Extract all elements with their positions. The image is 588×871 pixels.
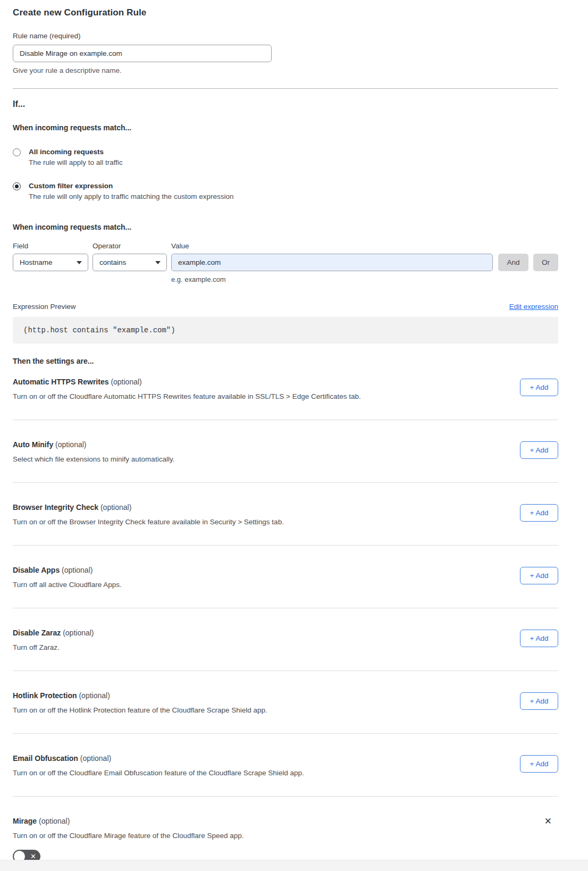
radio-icon-unselected[interactable] [13, 148, 21, 156]
page-title: Create new Configuration Rule [13, 7, 558, 18]
chevron-down-icon [77, 261, 82, 264]
setting-row-browser-integrity-check: Browser Integrity Check (optional) Turn … [13, 503, 558, 546]
setting-name: Hotlink Protection [13, 691, 77, 700]
radio-option-custom-filter[interactable]: Custom filter expression The rule will o… [13, 182, 558, 200]
setting-title: Disable Apps (optional) [13, 566, 558, 574]
operator-label: Operator [93, 242, 171, 250]
setting-description: Turn on or off the Hotlink Protection fe… [13, 706, 558, 714]
setting-description: Turn on or off the Cloudflare Automatic … [13, 392, 558, 400]
setting-description: Select which file extensions to minify a… [13, 455, 558, 463]
setting-row-disable-apps: Disable Apps (optional) Turn off all act… [13, 566, 558, 608]
setting-optional-tag: (optional) [63, 629, 94, 637]
value-input[interactable] [171, 254, 493, 271]
and-button[interactable]: And [498, 254, 528, 271]
or-button[interactable]: Or [533, 254, 558, 271]
create-configuration-rule-form: Create new Configuration Rule Rule name … [0, 0, 588, 863]
setting-optional-tag: (optional) [111, 378, 141, 386]
setting-name: Automatic HTTPS Rewrites [13, 378, 108, 386]
expression-preview-code: (http.host contains "example.com") [13, 317, 558, 344]
setting-row-mirage: Mirage (optional) Turn on or off the Clo… [13, 817, 558, 863]
section-divider [13, 88, 558, 89]
setting-row-automatic-https-rewrites: Automatic HTTPS Rewrites (optional) Turn… [13, 378, 558, 420]
setting-optional-tag: (optional) [100, 503, 131, 512]
setting-row-hotlink-protection: Hotlink Protection (optional) Turn on or… [13, 691, 558, 734]
setting-title: Browser Integrity Check (optional) [13, 503, 558, 512]
setting-title: Auto Minify (optional) [13, 440, 558, 449]
setting-title: Hotlink Protection (optional) [13, 691, 558, 700]
close-icon[interactable]: ✕ [544, 817, 552, 826]
rule-name-help: Give your rule a descriptive name. [13, 66, 558, 74]
setting-optional-tag: (optional) [62, 566, 93, 574]
setting-title: Mirage (optional) [13, 817, 558, 825]
setting-title: Disable Zaraz (optional) [13, 629, 558, 637]
setting-name: Browser Integrity Check [13, 503, 98, 512]
rule-name-label: Rule name (required) [13, 32, 558, 40]
setting-optional-tag: (optional) [80, 754, 111, 763]
setting-row-disable-zaraz: Disable Zaraz (optional) Turn off Zaraz.… [13, 629, 558, 671]
setting-title: Automatic HTTPS Rewrites (optional) [13, 378, 558, 386]
setting-title: Email Obfuscation (optional) [13, 754, 558, 763]
setting-name: Mirage [13, 817, 37, 825]
setting-description: Turn on or off the Cloudflare Email Obfu… [13, 769, 558, 777]
setting-name: Disable Zaraz [13, 629, 61, 637]
add-button[interactable]: + Add [520, 692, 558, 710]
setting-name: Disable Apps [13, 566, 60, 574]
match-type-heading: When incoming requests match... [13, 123, 558, 132]
add-button[interactable]: + Add [520, 755, 558, 773]
chevron-down-icon [155, 261, 161, 264]
value-label: Value [171, 242, 189, 250]
field-select[interactable]: Hostname [13, 254, 88, 271]
add-button[interactable]: + Add [520, 630, 558, 647]
field-label: Field [13, 242, 93, 250]
add-button[interactable]: + Add [520, 441, 558, 459]
radio-description: The rule will apply to all traffic [29, 158, 123, 166]
value-help-text: e.g. example.com [171, 275, 558, 283]
settings-heading: Then the settings are... [13, 357, 558, 365]
radio-option-all-requests[interactable]: All incoming requests The rule will appl… [13, 148, 558, 166]
add-button[interactable]: + Add [520, 567, 558, 584]
expression-preview-label: Expression Preview [13, 303, 76, 311]
setting-description: Turn on or off the Browser Integrity Che… [13, 518, 558, 526]
add-button[interactable]: + Add [520, 504, 558, 522]
operator-select-value: contains [99, 258, 126, 266]
edit-expression-link[interactable]: Edit expression [509, 303, 558, 311]
setting-optional-tag: (optional) [55, 440, 86, 449]
rule-name-input[interactable] [13, 45, 272, 62]
page-background-edge [0, 860, 588, 871]
setting-optional-tag: (optional) [39, 817, 70, 825]
radio-label: Custom filter expression [29, 182, 233, 190]
setting-row-auto-minify: Auto Minify (optional) Select which file… [13, 440, 558, 483]
radio-description: The rule will only apply to traffic matc… [29, 192, 233, 200]
setting-description: Turn off Zaraz. [13, 643, 558, 651]
setting-description: Turn on or off the Cloudflare Mirage fea… [13, 832, 558, 840]
setting-name: Auto Minify [13, 440, 53, 449]
field-select-value: Hostname [20, 258, 53, 266]
operator-select[interactable]: contains [93, 254, 167, 271]
radio-label: All incoming requests [29, 148, 123, 156]
if-heading: If... [13, 99, 558, 109]
setting-row-email-obfuscation: Email Obfuscation (optional) Turn on or … [13, 754, 558, 797]
setting-description: Turn off all active Cloudflare Apps. [13, 581, 558, 589]
setting-optional-tag: (optional) [79, 691, 110, 700]
add-button[interactable]: + Add [520, 379, 558, 396]
radio-icon-selected[interactable] [13, 182, 21, 190]
setting-name: Email Obfuscation [13, 754, 78, 763]
expression-builder-heading: When incoming requests match... [13, 223, 558, 231]
